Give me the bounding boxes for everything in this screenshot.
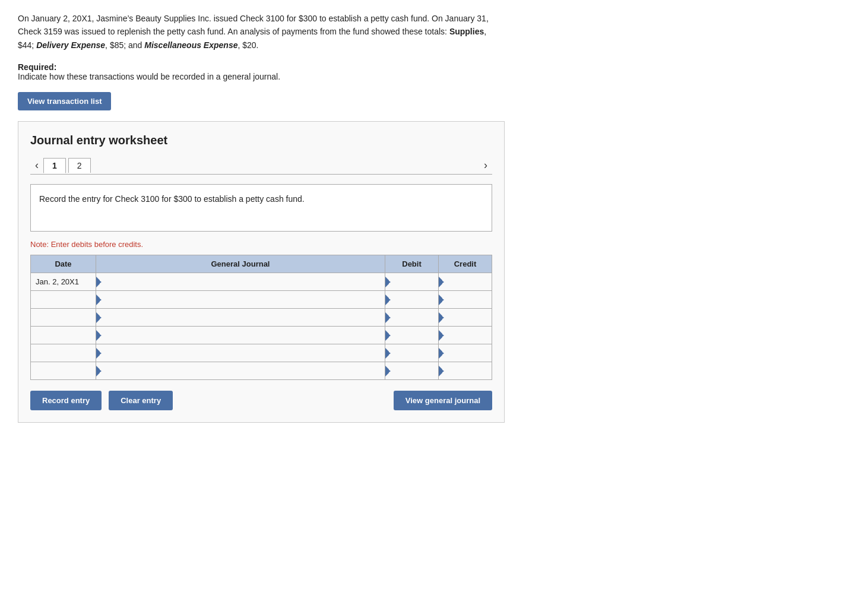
credit-cell-3[interactable] [439,309,492,327]
general-journal-input-5[interactable] [96,344,385,362]
credit-input-4[interactable] [439,327,492,344]
date-cell-3 [31,309,96,327]
arrow-icon-2 [97,297,102,303]
tab-navigation: ‹ 1 2 › [30,157,492,175]
header-credit: Credit [439,255,492,273]
instruction-text: Record the entry for Check 3100 for $300… [39,194,305,204]
required-section: Required: Indicate how these transaction… [18,62,850,81]
credit-cell-5[interactable] [439,344,492,362]
table-row [31,362,492,380]
arrow-icon-credit-4 [440,332,444,338]
problem-text-intro: On January 2, 20X1, Jasmine’s Beauty Sup… [18,14,489,36]
view-general-journal-button[interactable]: View general journal [394,391,492,410]
arrow-icon-credit-5 [440,350,444,356]
arrow-icon-credit-3 [440,315,444,321]
arrow-icon-credit-1 [440,279,444,285]
instruction-box: Record the entry for Check 3100 for $300… [30,184,492,232]
journal-table: Date General Journal Debit Credit Jan. 2… [30,255,492,380]
table-row [31,327,492,344]
header-date: Date [31,255,96,273]
debit-cell-5[interactable] [385,344,439,362]
tab-next-arrow[interactable]: › [479,157,492,174]
delivery-bold: Delivery Expense [36,40,105,50]
arrow-icon-4 [97,332,102,338]
arrow-icon-debit-1 [387,279,391,285]
debit-cell-2[interactable] [385,291,439,309]
supplies-bold: Supplies [449,27,484,36]
general-journal-cell-6[interactable] [96,362,385,380]
credit-cell-1[interactable] [439,273,492,291]
debit-input-6[interactable] [385,362,438,379]
general-journal-cell-1[interactable] [96,273,385,291]
misc-amount: , $20. [237,40,258,50]
table-row: Jan. 2, 20X1 [31,273,492,291]
date-cell-2 [31,291,96,309]
header-general-journal: General Journal [96,255,385,273]
credit-input-6[interactable] [439,362,492,379]
journal-entry-worksheet: Journal entry worksheet ‹ 1 2 › Record t… [18,121,505,423]
debit-cell-3[interactable] [385,309,439,327]
debit-input-4[interactable] [385,327,438,344]
general-journal-input-3[interactable] [96,309,385,326]
credit-input-2[interactable] [439,291,492,308]
tab-1[interactable]: 1 [43,158,66,173]
general-journal-cell-2[interactable] [96,291,385,309]
credit-input-5[interactable] [439,344,492,362]
general-journal-input-2[interactable] [96,291,385,308]
arrow-icon-6 [97,368,102,374]
arrow-icon-debit-6 [387,368,391,374]
tab-prev-arrow[interactable]: ‹ [30,157,43,174]
record-entry-button[interactable]: Record entry [30,391,102,410]
debit-input-2[interactable] [385,291,438,308]
date-cell-5 [31,344,96,362]
debit-cell-1[interactable] [385,273,439,291]
table-row [31,291,492,309]
general-journal-cell-3[interactable] [96,309,385,327]
required-instruction: Indicate how these transactions would be… [18,72,850,81]
misc-bold: Miscellaneous Expense [144,40,237,50]
general-journal-input-6[interactable] [96,362,385,379]
credit-cell-6[interactable] [439,362,492,380]
credit-input-1[interactable] [439,273,492,290]
credit-cell-4[interactable] [439,327,492,344]
date-cell-1: Jan. 2, 20X1 [31,273,96,291]
table-header-row: Date General Journal Debit Credit [31,255,492,273]
credit-cell-2[interactable] [439,291,492,309]
action-buttons-row: Record entry Clear entry View general jo… [30,391,492,410]
worksheet-title: Journal entry worksheet [30,134,492,147]
delivery-amount: , $85; and [105,40,144,50]
debit-cell-4[interactable] [385,327,439,344]
date-cell-4 [31,327,96,344]
tab-2[interactable]: 2 [68,158,91,173]
arrow-icon-credit-2 [440,297,444,303]
table-row [31,309,492,327]
arrow-icon-5 [97,350,102,356]
general-journal-input-4[interactable] [96,327,385,344]
arrow-icon-1 [97,279,102,285]
general-journal-input-1[interactable] [96,273,385,290]
clear-entry-button[interactable]: Clear entry [109,391,173,410]
problem-description: On January 2, 20X1, Jasmine’s Beauty Sup… [18,12,505,52]
arrow-icon-3 [97,315,102,321]
date-cell-6 [31,362,96,380]
debit-cell-6[interactable] [385,362,439,380]
required-label: Required: [18,62,850,72]
table-row [31,344,492,362]
arrow-icon-debit-4 [387,332,391,338]
debit-input-3[interactable] [385,309,438,326]
arrow-icon-debit-2 [387,297,391,303]
credit-input-3[interactable] [439,309,492,326]
view-transaction-list-button[interactable]: View transaction list [18,92,111,110]
note-text: Note: Enter debits before credits. [30,240,492,249]
header-debit: Debit [385,255,439,273]
debit-input-1[interactable] [385,273,438,290]
general-journal-cell-4[interactable] [96,327,385,344]
general-journal-cell-5[interactable] [96,344,385,362]
arrow-icon-credit-6 [440,368,444,374]
debit-input-5[interactable] [385,344,438,362]
arrow-icon-debit-3 [387,315,391,321]
arrow-icon-debit-5 [387,350,391,356]
